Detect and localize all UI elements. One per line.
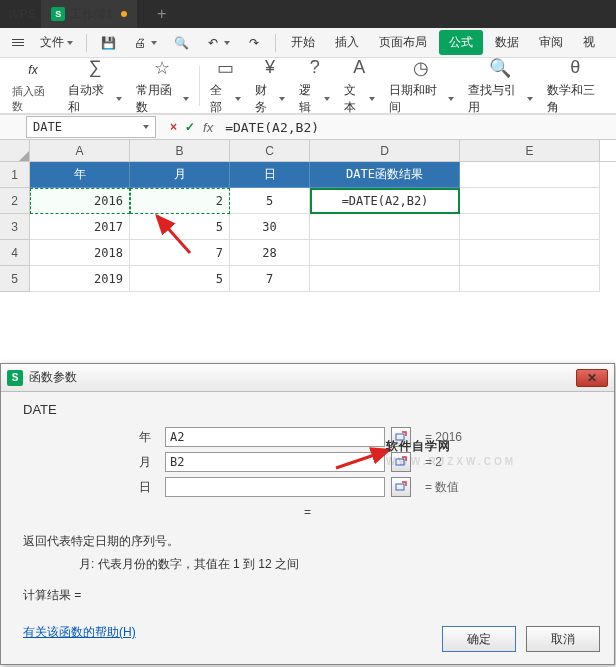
cell-C2[interactable]: 5 xyxy=(230,188,310,214)
dialog-ok-button[interactable]: 确定 xyxy=(442,626,516,652)
rb-all[interactable]: ▭全部 xyxy=(204,54,247,118)
cell-B3[interactable]: 5 xyxy=(130,214,230,240)
qat-print[interactable]: 🖨 xyxy=(126,32,163,54)
name-box[interactable]: DATE xyxy=(26,116,156,138)
row-4[interactable]: 4 xyxy=(0,240,30,266)
col-D[interactable]: D xyxy=(310,140,460,161)
modified-dot-icon xyxy=(121,11,127,17)
row-5[interactable]: 5 xyxy=(0,266,30,292)
rb-insert-function[interactable]: fx插入函数 xyxy=(6,56,60,116)
header-result[interactable]: DATE函数结果 xyxy=(310,162,460,188)
cell-C5[interactable]: 7 xyxy=(230,266,310,292)
rb-logic[interactable]: ?逻辑 xyxy=(293,54,336,118)
svg-rect-1 xyxy=(396,434,404,440)
workbook-tab[interactable]: S 工作簿1 xyxy=(41,0,137,28)
cell-D3[interactable] xyxy=(310,214,460,240)
param-row-year: 年 = 2016 xyxy=(19,427,596,447)
dialog-calc-result: 计算结果 = xyxy=(23,587,592,604)
tab-formula[interactable]: 公式 xyxy=(439,30,483,55)
sheet-icon: S xyxy=(51,7,65,21)
col-E[interactable]: E xyxy=(460,140,600,161)
question-icon: ? xyxy=(310,56,320,80)
cell-A5[interactable]: 2019 xyxy=(30,266,130,292)
ref-button-day[interactable] xyxy=(391,477,411,497)
col-A[interactable]: A xyxy=(30,140,130,161)
titlebar: WPS S 工作簿1 + xyxy=(0,0,616,28)
cell-B5[interactable]: 5 xyxy=(130,266,230,292)
formula-cancel[interactable]: × xyxy=(170,120,177,134)
cell-A3[interactable]: 2017 xyxy=(30,214,130,240)
ref-button-month[interactable] xyxy=(391,452,411,472)
cell-D2[interactable]: =DATE(A2,B2) xyxy=(310,188,460,214)
dialog-cancel-button[interactable]: 取消 xyxy=(526,626,600,652)
param-input-year[interactable] xyxy=(165,427,385,447)
cell-A2[interactable]: 2016 xyxy=(30,188,130,214)
tab-label: 工作簿1 xyxy=(70,6,113,23)
rb-finance[interactable]: ¥财务 xyxy=(249,54,292,118)
qat-save[interactable]: 💾 xyxy=(94,32,122,54)
angle-icon: θ xyxy=(570,56,580,80)
col-B[interactable]: B xyxy=(130,140,230,161)
param-label: 月 xyxy=(19,454,159,471)
tab-layout[interactable]: 页面布局 xyxy=(371,30,435,55)
fx-icon: fx xyxy=(28,63,37,77)
tab-insert[interactable]: 插入 xyxy=(327,30,367,55)
cell-B2[interactable]: 2 xyxy=(130,188,230,214)
dialog-titlebar[interactable]: S 函数参数 ✕ xyxy=(1,364,614,392)
header-year[interactable]: 年 xyxy=(30,162,130,188)
dialog-close-button[interactable]: ✕ xyxy=(576,369,608,387)
formula-accept[interactable]: ✓ xyxy=(185,120,195,134)
lookup-icon: 🔍 xyxy=(489,56,511,80)
clock-icon: ◷ xyxy=(413,56,429,80)
row-1[interactable]: 1 xyxy=(0,162,30,188)
tab-start[interactable]: 开始 xyxy=(283,30,323,55)
row-3[interactable]: 3 xyxy=(0,214,30,240)
qat-redo[interactable]: ↷ xyxy=(240,32,268,54)
dialog-description: 返回代表特定日期的序列号。 xyxy=(23,533,592,550)
rb-common[interactable]: ☆常用函数 xyxy=(130,54,196,118)
cell-E1[interactable] xyxy=(460,162,600,188)
tab-view[interactable]: 视 xyxy=(575,30,603,55)
cell-D4[interactable] xyxy=(310,240,460,266)
cell-E5[interactable] xyxy=(460,266,600,292)
select-all-corner[interactable] xyxy=(0,140,30,161)
fx-label-icon[interactable]: fx xyxy=(203,120,213,135)
param-input-day[interactable] xyxy=(165,477,385,497)
col-C[interactable]: C xyxy=(230,140,310,161)
cell-E4[interactable] xyxy=(460,240,600,266)
cell-D5[interactable] xyxy=(310,266,460,292)
row-2[interactable]: 2 xyxy=(0,188,30,214)
cell-C4[interactable]: 28 xyxy=(230,240,310,266)
cell-E2[interactable] xyxy=(460,188,600,214)
menu-file[interactable]: 文件 xyxy=(34,31,79,54)
param-result-day: = 数值 xyxy=(425,479,459,496)
cell-C3[interactable]: 30 xyxy=(230,214,310,240)
sigma-icon: ∑ xyxy=(88,56,101,80)
rb-datetime[interactable]: ◷日期和时间 xyxy=(383,54,460,118)
qat-preview[interactable]: 🔍 xyxy=(167,32,195,54)
qat-undo[interactable]: ↶ xyxy=(199,32,236,54)
redo-icon: ↷ xyxy=(246,35,262,51)
header-month[interactable]: 月 xyxy=(130,162,230,188)
save-icon: 💾 xyxy=(100,35,116,51)
name-box-value: DATE xyxy=(33,120,62,134)
param-input-month[interactable] xyxy=(165,452,385,472)
menu-hamburger[interactable] xyxy=(6,36,30,49)
cell-B4[interactable]: 7 xyxy=(130,240,230,266)
param-row-month: 月 = 2 xyxy=(19,452,596,472)
cell-A4[interactable]: 2018 xyxy=(30,240,130,266)
tab-review[interactable]: 审阅 xyxy=(531,30,571,55)
rb-autosum[interactable]: ∑自动求和 xyxy=(62,54,128,118)
tab-data[interactable]: 数据 xyxy=(487,30,527,55)
dialog-help-link[interactable]: 有关该函数的帮助(H) xyxy=(23,624,136,641)
formula-input[interactable] xyxy=(219,116,616,138)
rb-text[interactable]: A文本 xyxy=(338,54,381,118)
cell-E3[interactable] xyxy=(460,214,600,240)
header-day[interactable]: 日 xyxy=(230,162,310,188)
rb-math[interactable]: θ数学和三角 xyxy=(541,54,610,118)
rb-lookup[interactable]: 🔍查找与引用 xyxy=(462,54,539,118)
book-icon: ▭ xyxy=(217,56,234,80)
ref-button-year[interactable] xyxy=(391,427,411,447)
new-tab-button[interactable]: + xyxy=(137,0,186,28)
close-icon: ✕ xyxy=(587,371,597,385)
